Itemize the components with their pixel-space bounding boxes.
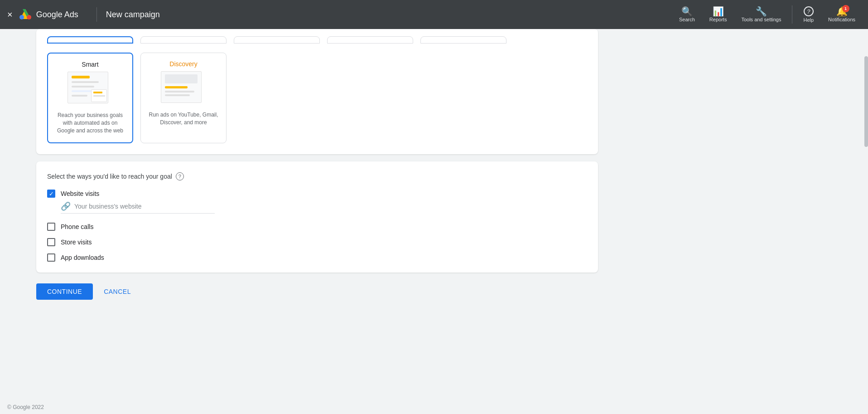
discovery-card-desc: Run ads on YouTube, Gmail, Discover, and… bbox=[148, 111, 219, 127]
brand-name: Google Ads bbox=[36, 10, 78, 19]
reports-icon: 📊 bbox=[713, 7, 724, 16]
reports-nav-button[interactable]: 📊 Reports bbox=[704, 5, 733, 24]
store-visits-checkbox[interactable] bbox=[47, 238, 55, 246]
phone-calls-checkbox[interactable] bbox=[47, 223, 55, 231]
scrollbar-track[interactable] bbox=[864, 29, 868, 414]
help-icon: ? bbox=[804, 6, 814, 16]
help-nav-button[interactable]: ? Help bbox=[798, 5, 819, 24]
logo: Google Ads bbox=[18, 7, 78, 22]
top-partial-card-3[interactable] bbox=[234, 36, 320, 44]
top-partial-card-4[interactable] bbox=[327, 36, 413, 44]
top-card-row-partial bbox=[47, 36, 587, 44]
goal-header: Select the ways you'd like to reach your… bbox=[47, 172, 587, 180]
scrollbar-thumb[interactable] bbox=[864, 56, 868, 147]
top-partial-card-2[interactable] bbox=[140, 36, 227, 44]
top-partial-card-1[interactable] bbox=[47, 36, 133, 44]
continue-button[interactable]: CONTINUE bbox=[36, 283, 93, 300]
close-button[interactable]: × bbox=[7, 10, 13, 19]
cancel-button[interactable]: CANCEL bbox=[100, 283, 135, 300]
smart-illus-small-card bbox=[91, 89, 107, 102]
app-downloads-checkbox[interactable] bbox=[47, 253, 55, 262]
help-label: Help bbox=[803, 17, 814, 23]
top-partial-card-5[interactable] bbox=[420, 36, 506, 44]
goal-header-text: Select the ways you'd like to reach your… bbox=[47, 173, 172, 180]
website-input-wrapper: 🔗 bbox=[61, 201, 215, 214]
website-visits-checkbox[interactable]: ✓ bbox=[47, 190, 55, 198]
smart-card-desc: Reach your business goals with automated… bbox=[55, 112, 125, 134]
campaign-card-smart[interactable]: Smart Reach your business goals with aut… bbox=[47, 53, 133, 143]
tools-label: Tools and settings bbox=[741, 17, 781, 22]
smart-illus-box bbox=[68, 72, 108, 103]
store-visits-item: Store visits bbox=[47, 238, 587, 246]
smart-illus-line2 bbox=[72, 86, 94, 88]
nav-action-divider bbox=[792, 5, 792, 24]
discovery-illus-line bbox=[165, 91, 194, 93]
page-title: New campaign bbox=[106, 10, 674, 19]
tools-icon: 🔧 bbox=[756, 7, 767, 16]
app-downloads-item: App downloads bbox=[47, 253, 587, 262]
notification-badge-container: 🔔 1 bbox=[836, 7, 848, 16]
search-icon: 🔍 bbox=[681, 7, 693, 16]
topnav: × Google Ads New campaign 🔍 Search 📊 Rep… bbox=[0, 0, 868, 29]
discovery-card-title: Discovery bbox=[169, 60, 197, 68]
svg-point-3 bbox=[27, 15, 31, 19]
phone-calls-item: Phone calls bbox=[47, 223, 587, 231]
website-visits-label: Website visits bbox=[61, 190, 99, 197]
website-input[interactable] bbox=[74, 203, 215, 210]
campaign-card-discovery[interactable]: Discovery Run ads on YouTube, Gmail, Dis… bbox=[140, 53, 227, 143]
google-ads-logo-icon bbox=[18, 7, 33, 22]
bottom-actions: CONTINUE CANCEL bbox=[36, 283, 598, 311]
link-icon: 🔗 bbox=[61, 201, 71, 211]
store-visits-label: Store visits bbox=[61, 239, 92, 246]
nav-divider bbox=[96, 7, 97, 22]
footer: © Google 2022 bbox=[7, 404, 44, 410]
app-downloads-label: App downloads bbox=[61, 254, 104, 261]
nav-actions: 🔍 Search 📊 Reports 🔧 Tools and settings … bbox=[674, 5, 861, 24]
main-content: Smart Reach your business goals with aut… bbox=[0, 29, 634, 329]
campaign-type-section: Smart Reach your business goals with aut… bbox=[36, 29, 598, 154]
goal-section: Select the ways you'd like to reach your… bbox=[36, 161, 598, 273]
notifications-nav-button[interactable]: 🔔 1 Notifications bbox=[823, 5, 861, 24]
checkbox-group: ✓ Website visits 🔗 Phone calls Store vis… bbox=[47, 190, 587, 262]
notifications-label: Notifications bbox=[828, 17, 855, 22]
search-label: Search bbox=[679, 17, 695, 22]
campaign-card-row: Smart Reach your business goals with aut… bbox=[47, 36, 587, 143]
svg-point-2 bbox=[19, 15, 24, 19]
checkmark-icon: ✓ bbox=[49, 191, 54, 197]
discovery-illus-line2 bbox=[165, 94, 190, 96]
tools-nav-button[interactable]: 🔧 Tools and settings bbox=[736, 5, 786, 24]
goal-help-icon[interactable]: ? bbox=[176, 172, 184, 180]
discovery-illus-box bbox=[161, 71, 202, 103]
phone-calls-label: Phone calls bbox=[61, 223, 93, 230]
notification-count-badge: 1 bbox=[842, 5, 849, 12]
website-visits-item: ✓ Website visits bbox=[47, 190, 587, 198]
smart-illustration bbox=[68, 72, 113, 108]
search-nav-button[interactable]: 🔍 Search bbox=[674, 5, 700, 24]
website-visits-group: ✓ Website visits 🔗 bbox=[47, 190, 587, 215]
discovery-illustration bbox=[161, 71, 206, 107]
smart-illus-line4 bbox=[72, 95, 87, 97]
smart-card-title: Smart bbox=[82, 61, 98, 68]
reports-label: Reports bbox=[709, 17, 727, 22]
